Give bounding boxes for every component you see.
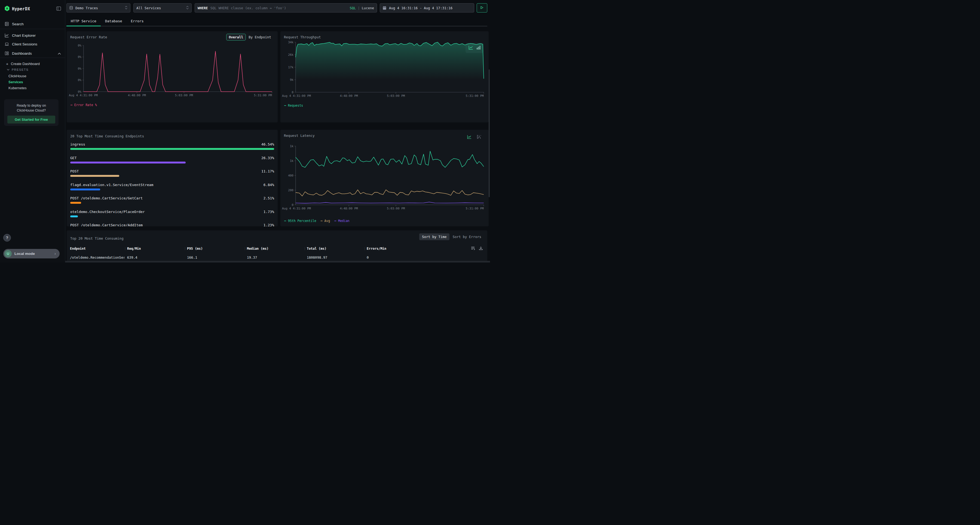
get-started-button[interactable]: Get Started for Free (7, 116, 55, 124)
svg-text:5:03:00 PM: 5:03:00 PM (387, 207, 405, 210)
endpoint-bar (70, 148, 274, 150)
avatar: U (4, 250, 12, 257)
help-button[interactable]: ? (3, 234, 11, 241)
endpoint-row[interactable]: flagd.evaluation.v1.Service/EventStream6… (70, 183, 274, 197)
daterange-value: Aug 4 16:31:16 - Aug 4 17:31:16 (389, 6, 452, 10)
by-endpoint-toggle-button[interactable]: By Endpoint (248, 35, 271, 39)
tab-database[interactable]: Database (101, 17, 127, 27)
sidebar-item-label: Chart Explorer (12, 33, 36, 38)
daterange-picker[interactable]: Aug 4 16:31:16 - Aug 4 17:31:16 (380, 3, 474, 13)
svg-text:4:48:00 PM: 4:48:00 PM (340, 207, 358, 210)
sidebar-item-chart-explorer[interactable]: Chart Explorer (0, 32, 65, 39)
legend-item[interactable]: — Requests (284, 104, 303, 108)
endpoint-bar (70, 175, 119, 177)
updown-chevrons-icon (125, 6, 127, 10)
panel-title: 20 Top Most Time Consuming Endpoints (70, 134, 144, 138)
sidebar-item-search[interactable]: Search (0, 20, 65, 28)
svg-text:17k: 17k (288, 65, 293, 69)
svg-text:0: 0 (291, 90, 293, 94)
service-select[interactable]: All Services (134, 3, 192, 13)
endpoint-bar (70, 162, 186, 163)
sidebar-item-dashboards[interactable]: Dashboards (0, 49, 65, 57)
promo-line2: ClickHouse Cloud? (17, 109, 46, 113)
column-drag-handle[interactable]: ⋮ (124, 247, 127, 251)
legend-item[interactable]: — Error Rate % (70, 103, 97, 107)
sidebar-item-clickhouse[interactable]: ClickHouse (0, 74, 65, 78)
svg-text:5:31:00 PM: 5:31:00 PM (466, 94, 484, 98)
panel-title: Request Throughput (284, 35, 321, 39)
chart-legend: — Requests (284, 104, 307, 108)
legend-item[interactable]: — Median (334, 219, 349, 223)
collapse-sidebar-icon[interactable] (56, 6, 61, 11)
column-header[interactable]: ⋮Errors/Min (367, 247, 386, 251)
panel-request-latency: Request Latency 02004001k1kAug 4 4:31:00… (280, 130, 488, 226)
endpoints-bar-list: ingress46.54%GET26.33%POST11.17%flagd.ev… (70, 142, 274, 226)
error-rate-chart[interactable]: 0%0%0%0%0%Aug 4 4:31:00 PM4:48:00 PM5:03… (68, 43, 275, 100)
sql-mode-button[interactable]: SQL (350, 6, 356, 10)
sidebar-item-services[interactable]: Services (0, 80, 65, 84)
table-cell: 1808098.97 (307, 255, 327, 260)
database-icon (69, 6, 73, 10)
endpoint-percent: 6.84% (264, 183, 274, 187)
table-cell: 639.4 (127, 255, 137, 260)
sidebar-item-label: Search (12, 22, 24, 26)
svg-text:5:31:00 PM: 5:31:00 PM (466, 207, 484, 210)
row-expand-icon[interactable] (471, 246, 476, 251)
throughput-chart[interactable]: 09k17k26k34kAug 4 4:31:00 PM4:48:00 PM5:… (282, 39, 487, 101)
column-header[interactable]: ⋮Total (ms) (307, 247, 326, 251)
legend-item[interactable]: — Avg (321, 219, 330, 223)
play-icon (480, 6, 484, 10)
user-mode-label: Local mode (14, 252, 35, 256)
line-chart-icon[interactable] (467, 135, 471, 140)
svg-text:0%: 0% (78, 78, 82, 82)
sidebar-item-kubernetes[interactable]: Kubernetes (0, 86, 65, 90)
column-header[interactable]: ⋮Req/Min (127, 247, 141, 251)
latency-chart[interactable]: 02004001k1kAug 4 4:31:00 PM4:48:00 PM5:0… (282, 142, 487, 215)
vertical-scrollbar[interactable] (488, 69, 490, 197)
tab-errors[interactable]: Errors (127, 17, 148, 27)
endpoint-bar (70, 202, 81, 204)
sort-by-time-button[interactable]: Sort by Time (419, 233, 449, 240)
svg-text:1k: 1k (290, 144, 294, 148)
column-drag-handle[interactable]: ⋮ (183, 247, 187, 251)
column-header[interactable]: ⋮P95 (ms) (187, 247, 203, 251)
download-icon[interactable] (479, 246, 483, 251)
search-placeholder: SQL WHERE clause (ex. column = 'foo') (210, 6, 286, 10)
column-drag-handle[interactable]: ⋮ (243, 247, 247, 251)
presets-toggle[interactable]: PRESETS (0, 68, 65, 71)
column-header[interactable]: ⋮Median (ms) (247, 247, 269, 251)
chevron-up-icon (58, 51, 61, 56)
endpoint-row[interactable]: GET26.33% (70, 156, 274, 170)
svg-text:5:03:00 PM: 5:03:00 PM (175, 94, 193, 97)
endpoint-row[interactable]: POST /oteldemo.CartService/AddItem1.23% (70, 223, 274, 226)
panel-top-endpoints: 20 Top Most Time Consuming Endpoints ing… (67, 130, 278, 226)
search-input[interactable]: WHERE SQL WHERE clause (ex. column = 'fo… (195, 3, 377, 13)
lucene-mode-button[interactable]: Lucene (362, 6, 374, 10)
endpoint-row[interactable]: POST /oteldemo.CartService/GetCart2.51% (70, 196, 274, 210)
endpoint-label: flagd.evaluation.v1.Service/EventStream (70, 183, 153, 187)
user-menu[interactable]: U Local mode › (3, 249, 60, 259)
chart-line-icon (5, 33, 9, 38)
overall-toggle-button[interactable]: Overall (226, 34, 246, 41)
source-select[interactable]: Demo Traces (67, 3, 130, 13)
sidebar-divider (0, 29, 65, 29)
create-dashboard-button[interactable]: + Create Dashboard (0, 62, 65, 66)
endpoint-row[interactable]: POST11.17% (70, 169, 274, 183)
endpoint-row[interactable]: oteldemo.CheckoutService/PlaceOrder1.73% (70, 210, 274, 223)
laptop-icon (5, 42, 9, 46)
legend-item[interactable]: — 95th Percentile (284, 219, 316, 223)
sort-by-errors-button[interactable]: Sort by Errors (450, 233, 484, 240)
column-drag-handle[interactable]: ⋮ (363, 247, 366, 251)
sidebar-item-client-sessions[interactable]: Client Sessions (0, 40, 65, 48)
where-label: WHERE (197, 6, 208, 10)
endpoint-label: POST /oteldemo.CartService/AddItem (70, 223, 143, 226)
endpoint-row[interactable]: ingress46.54% (70, 142, 274, 156)
run-query-button[interactable] (477, 3, 487, 13)
sidebar-item-label: Client Sessions (12, 42, 37, 46)
column-drag-handle[interactable]: ⋮ (303, 247, 307, 251)
histogram-icon[interactable] (477, 135, 482, 140)
horizontal-scrollbar[interactable] (0, 261, 490, 262)
column-header[interactable]: Endpoint (70, 247, 86, 251)
endpoint-percent: 2.51% (264, 196, 274, 200)
svg-text:0%: 0% (78, 67, 82, 70)
